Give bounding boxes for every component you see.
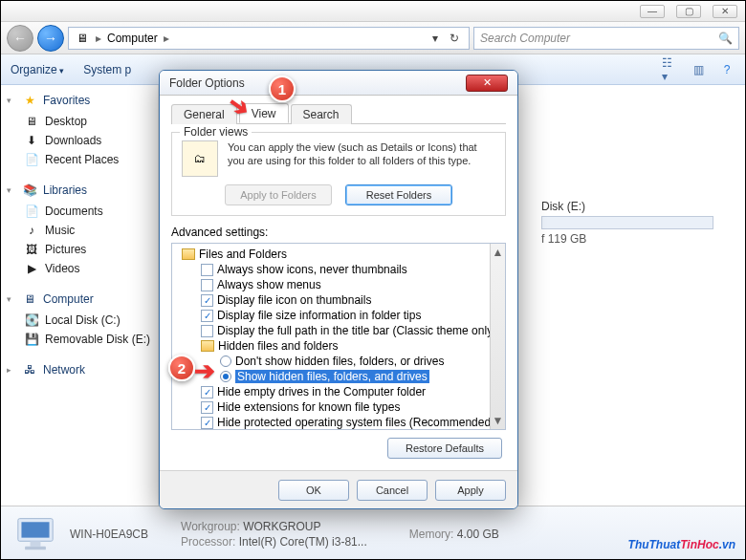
sidebar-item-downloads[interactable]: ⬇Downloads bbox=[7, 131, 152, 150]
breadcrumb-item[interactable]: Computer bbox=[107, 32, 158, 45]
sidebar-network[interactable]: Network bbox=[43, 363, 85, 377]
collapse-icon[interactable]: ▾ bbox=[7, 185, 16, 195]
checkbox-icon[interactable]: ✓ bbox=[201, 401, 213, 414]
checkbox-icon[interactable]: ✓ bbox=[201, 294, 213, 307]
tree-item[interactable]: Always show menus bbox=[176, 277, 501, 292]
svg-rect-2 bbox=[31, 541, 41, 546]
tree-item[interactable]: ✓Display file size information in folder… bbox=[176, 308, 501, 323]
tree-radio-show-hidden[interactable]: Show hidden files, folders, and drives bbox=[176, 369, 501, 384]
scroll-down-icon[interactable]: ▼ bbox=[493, 414, 504, 427]
computer-large-icon bbox=[14, 515, 56, 553]
advanced-settings-tree: Files and Folders Always show icons, nev… bbox=[171, 243, 506, 430]
address-dropdown-icon[interactable]: ▾ bbox=[427, 30, 444, 47]
tree-item[interactable]: ✓Hide empty drives in the Computer folde… bbox=[176, 384, 501, 399]
svg-rect-1 bbox=[21, 522, 49, 537]
folder-icon bbox=[182, 248, 195, 260]
back-button[interactable]: ← bbox=[7, 25, 33, 52]
tree-root: Files and Folders bbox=[176, 247, 501, 262]
sidebar-item-documents[interactable]: 📄Documents bbox=[7, 202, 152, 221]
address-bar[interactable]: 🖥 ▸ Computer ▸ ▾ ↻ bbox=[68, 27, 470, 50]
refresh-icon[interactable]: ↻ bbox=[446, 30, 463, 47]
system-properties-button[interactable]: System p bbox=[83, 63, 131, 76]
reset-folders-button[interactable]: Reset Folders bbox=[345, 184, 452, 205]
checkbox-icon[interactable]: ✓ bbox=[201, 417, 213, 429]
sidebar-favorites[interactable]: Favorites bbox=[43, 94, 90, 107]
sidebar-item-desktop[interactable]: 🖥Desktop bbox=[7, 112, 152, 131]
dialog-close-button[interactable]: ✕ bbox=[466, 75, 508, 92]
sidebar-libraries[interactable]: Libraries bbox=[43, 183, 87, 197]
sidebar-computer[interactable]: Computer bbox=[43, 292, 94, 306]
forward-button[interactable]: → bbox=[37, 25, 64, 52]
tree-item[interactable]: ✓Hide protected operating system files (… bbox=[176, 415, 501, 430]
preview-pane-icon[interactable]: ▥ bbox=[690, 61, 707, 78]
annotation-callout-2: 2 bbox=[168, 355, 195, 381]
expand-icon[interactable]: ▸ bbox=[7, 365, 16, 375]
folder-views-icon: 🗂 bbox=[182, 140, 218, 177]
tab-search[interactable]: Search bbox=[291, 104, 352, 124]
scrollbar[interactable]: ▲▼ bbox=[490, 244, 505, 429]
tree-item[interactable]: Display the full path in the title bar (… bbox=[176, 323, 501, 338]
sidebar-item-music[interactable]: ♪Music bbox=[7, 221, 152, 240]
recent-icon: 📄 bbox=[24, 152, 39, 167]
drive-capacity-bar bbox=[541, 216, 713, 229]
folder-icon bbox=[201, 340, 214, 352]
ok-button[interactable]: OK bbox=[278, 480, 349, 501]
radio-icon[interactable] bbox=[220, 355, 231, 367]
radio-icon[interactable] bbox=[220, 371, 231, 382]
usb-icon: 💾 bbox=[24, 332, 39, 347]
watermark: ThuThuatTinHoc.vn bbox=[628, 533, 735, 553]
tree-item[interactable]: ✓Display file icon on thumbnails bbox=[176, 292, 501, 308]
organize-menu[interactable]: Organize bbox=[11, 63, 64, 76]
folder-views-legend: Folder views bbox=[180, 125, 252, 139]
collapse-icon[interactable]: ▾ bbox=[7, 96, 16, 105]
sidebar-item-pictures[interactable]: 🖼Pictures bbox=[7, 240, 152, 259]
view-options-icon[interactable]: ☷ ▾ bbox=[661, 61, 678, 78]
checkbox-icon[interactable] bbox=[201, 264, 213, 276]
status-memory-label: Memory: bbox=[409, 528, 454, 541]
drive-item[interactable]: Disk (E:) f 119 GB bbox=[541, 200, 713, 246]
restore-defaults-button[interactable]: Restore Defaults bbox=[387, 438, 502, 459]
libraries-icon: 📚 bbox=[22, 183, 37, 198]
search-placeholder: Search Computer bbox=[480, 32, 570, 45]
dialog-title: Folder Options bbox=[169, 76, 245, 90]
folder-views-group: Folder views 🗂 You can apply the view (s… bbox=[171, 132, 506, 216]
dialog-footer: OK Cancel Apply bbox=[160, 470, 517, 508]
checkbox-icon[interactable] bbox=[201, 279, 213, 291]
drive-capacity-text: f 119 GB bbox=[541, 232, 713, 246]
help-icon[interactable]: ? bbox=[718, 61, 735, 78]
tree-item[interactable]: Always show icons, never thumbnails bbox=[176, 262, 501, 277]
desktop-icon: 🖥 bbox=[24, 114, 39, 129]
checkbox-icon[interactable]: ✓ bbox=[201, 310, 213, 322]
sidebar-item-removable-disk[interactable]: 💾Removable Disk (E:) bbox=[7, 330, 152, 349]
window-titlebar: — ▢ ✕ bbox=[1, 1, 745, 22]
search-input[interactable]: Search Computer 🔍 bbox=[473, 27, 739, 50]
maximize-button[interactable]: ▢ bbox=[676, 5, 701, 18]
hdd-icon: 💽 bbox=[24, 312, 39, 328]
svg-rect-3 bbox=[25, 546, 46, 549]
computer-icon: 🖥 bbox=[22, 291, 37, 307]
sidebar-item-recent[interactable]: 📄Recent Places bbox=[7, 150, 152, 169]
network-icon: 🖧 bbox=[22, 362, 37, 377]
sidebar-item-videos[interactable]: ▶Videos bbox=[7, 259, 152, 278]
tree-group-hidden: Hidden files and folders bbox=[176, 338, 501, 354]
scroll-up-icon[interactable]: ▲ bbox=[493, 246, 504, 259]
annotation-callout-1: 1 bbox=[269, 75, 296, 102]
folder-options-dialog: Folder Options ✕ General View Search Fol… bbox=[159, 70, 518, 509]
checkbox-icon[interactable] bbox=[201, 325, 213, 337]
cancel-button[interactable]: Cancel bbox=[357, 480, 428, 501]
close-window-button[interactable]: ✕ bbox=[713, 5, 737, 18]
dialog-titlebar[interactable]: Folder Options ✕ bbox=[160, 71, 517, 96]
tree-radio-dont-show[interactable]: Don't show hidden files, folders, or dri… bbox=[176, 354, 501, 369]
dialog-tabs: General View Search bbox=[171, 103, 506, 124]
drive-name: Disk (E:) bbox=[541, 200, 713, 213]
star-icon: ★ bbox=[22, 93, 37, 108]
collapse-icon[interactable]: ▾ bbox=[7, 294, 16, 304]
minimize-button[interactable]: — bbox=[640, 5, 665, 18]
tree-item[interactable]: ✓Hide extensions for known file types bbox=[176, 399, 501, 415]
sidebar-item-local-disk[interactable]: 💽Local Disk (C:) bbox=[7, 311, 152, 330]
checkbox-icon[interactable]: ✓ bbox=[201, 386, 213, 398]
apply-to-folders-button[interactable]: Apply to Folders bbox=[225, 184, 332, 205]
downloads-icon: ⬇ bbox=[24, 133, 39, 148]
apply-button[interactable]: Apply bbox=[435, 480, 506, 501]
search-icon: 🔍 bbox=[718, 32, 733, 45]
